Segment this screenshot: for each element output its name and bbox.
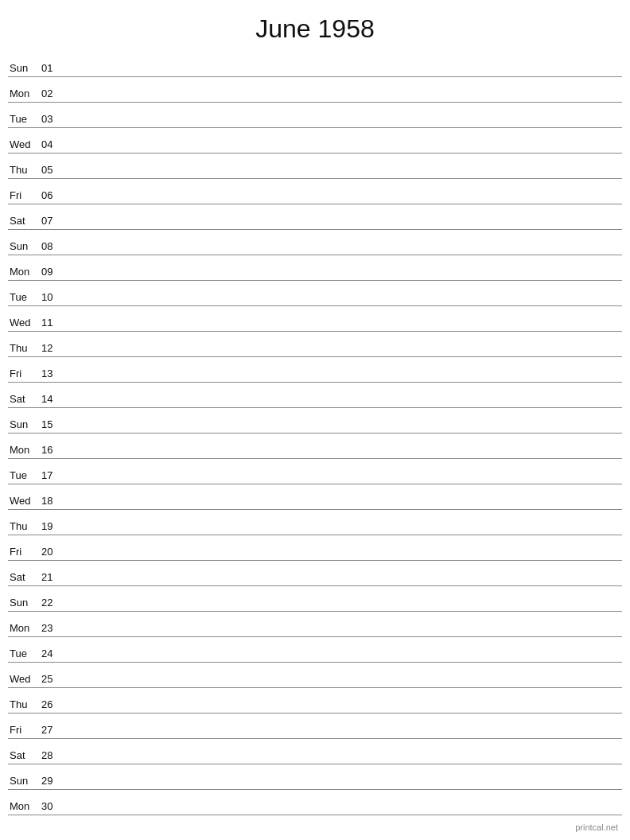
day-number: 04 xyxy=(41,138,64,150)
day-line xyxy=(64,251,622,252)
day-name: Thu xyxy=(8,520,41,532)
day-number: 25 xyxy=(41,673,64,685)
day-name: Tue xyxy=(8,113,41,125)
day-line xyxy=(64,710,622,710)
day-number: 20 xyxy=(41,546,64,558)
day-row: Tue24 xyxy=(8,637,622,663)
day-row: Wed04 xyxy=(8,128,622,154)
day-line xyxy=(64,277,622,278)
day-name: Sat xyxy=(8,215,41,227)
day-name: Sun xyxy=(8,62,41,74)
day-number: 24 xyxy=(41,648,64,659)
day-name: Mon xyxy=(8,88,41,99)
day-number: 14 xyxy=(41,393,64,405)
day-name: Sun xyxy=(8,597,41,609)
day-name: Sat xyxy=(8,571,41,583)
day-line xyxy=(64,582,622,583)
day-line xyxy=(64,430,622,430)
day-number: 10 xyxy=(41,291,64,303)
day-name: Tue xyxy=(8,648,41,659)
day-name: Sun xyxy=(8,418,41,430)
day-line xyxy=(64,73,622,74)
day-line xyxy=(64,760,622,761)
day-name: Wed xyxy=(8,317,41,329)
day-number: 18 xyxy=(41,495,64,507)
day-row: Sun22 xyxy=(8,586,622,612)
day-line xyxy=(64,200,622,201)
day-number: 15 xyxy=(41,418,64,430)
day-line xyxy=(64,684,622,685)
day-number: 13 xyxy=(41,368,64,379)
day-number: 11 xyxy=(41,317,64,329)
day-number: 17 xyxy=(41,469,64,481)
day-line xyxy=(64,353,622,354)
day-row: Tue03 xyxy=(8,103,622,128)
day-name: Tue xyxy=(8,291,41,303)
day-line xyxy=(64,328,622,329)
day-row: Mon09 xyxy=(8,255,622,281)
day-name: Mon xyxy=(8,444,41,456)
day-number: 09 xyxy=(41,266,64,278)
day-name: Tue xyxy=(8,469,41,481)
day-name: Fri xyxy=(8,189,41,201)
day-line xyxy=(64,557,622,558)
day-number: 28 xyxy=(41,749,64,761)
calendar-container: Sun01Mon02Tue03Wed04Thu05Fri06Sat07Sun08… xyxy=(0,52,630,815)
day-number: 06 xyxy=(41,189,64,201)
day-number: 23 xyxy=(41,622,64,634)
day-name: Fri xyxy=(8,546,41,558)
day-number: 30 xyxy=(41,800,64,812)
day-line xyxy=(64,124,622,125)
day-line xyxy=(64,480,622,481)
day-row: Fri27 xyxy=(8,714,622,739)
day-row: Thu12 xyxy=(8,332,622,357)
day-row: Mon23 xyxy=(8,612,622,637)
day-name: Thu xyxy=(8,698,41,710)
day-name: Wed xyxy=(8,495,41,507)
day-name: Wed xyxy=(8,138,41,150)
day-name: Wed xyxy=(8,673,41,685)
day-row: Sun08 xyxy=(8,230,622,255)
day-number: 03 xyxy=(41,113,64,125)
day-row: Sat07 xyxy=(8,204,622,230)
day-line xyxy=(64,379,622,379)
day-line xyxy=(64,175,622,176)
day-number: 16 xyxy=(41,444,64,456)
day-name: Fri xyxy=(8,724,41,736)
day-line xyxy=(64,531,622,532)
day-name: Mon xyxy=(8,266,41,278)
day-name: Mon xyxy=(8,800,41,812)
day-name: Sun xyxy=(8,775,41,787)
day-line xyxy=(64,302,622,303)
day-row: Wed11 xyxy=(8,306,622,332)
day-line xyxy=(64,226,622,227)
day-row: Sat21 xyxy=(8,561,622,586)
day-number: 01 xyxy=(41,62,64,74)
day-row: Fri06 xyxy=(8,179,622,204)
day-name: Sat xyxy=(8,393,41,405)
day-line xyxy=(64,608,622,609)
day-line xyxy=(64,506,622,507)
day-row: Thu26 xyxy=(8,688,622,714)
day-name: Fri xyxy=(8,368,41,379)
day-number: 08 xyxy=(41,240,64,252)
day-name: Thu xyxy=(8,164,41,176)
day-number: 07 xyxy=(41,215,64,227)
day-line xyxy=(64,99,622,99)
day-number: 22 xyxy=(41,597,64,609)
day-row: Fri13 xyxy=(8,357,622,383)
day-row: Wed25 xyxy=(8,663,622,688)
day-row: Thu19 xyxy=(8,510,622,535)
day-name: Thu xyxy=(8,342,41,354)
day-row: Wed18 xyxy=(8,484,622,510)
day-number: 05 xyxy=(41,164,64,176)
day-line xyxy=(64,404,622,405)
day-line xyxy=(64,150,622,150)
day-line xyxy=(64,659,622,659)
day-row: Mon02 xyxy=(8,77,622,103)
day-name: Mon xyxy=(8,622,41,634)
day-number: 02 xyxy=(41,88,64,99)
day-line xyxy=(64,633,622,634)
day-row: Sun15 xyxy=(8,408,622,434)
day-row: Tue10 xyxy=(8,281,622,306)
